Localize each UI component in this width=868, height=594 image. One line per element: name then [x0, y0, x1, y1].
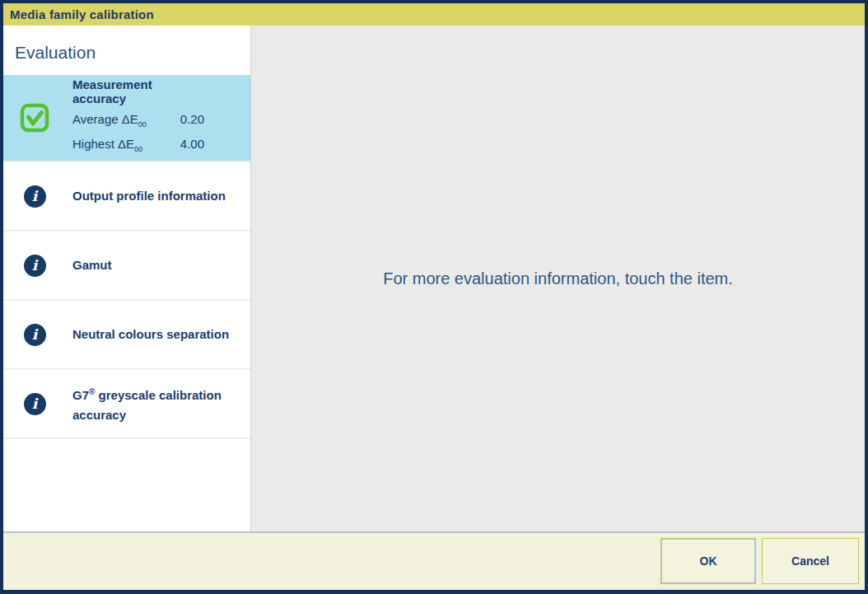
footer-bar: OK Cancel — [3, 531, 865, 590]
sidebar-item-measurement-accuracy[interactable]: Measurement accuracy Average ΔE00 0.20 H… — [3, 75, 250, 162]
delta-e-subscript: 00 — [138, 120, 147, 129]
dialog-title: Media family calibration — [3, 7, 154, 21]
evaluation-item-list: Measurement accuracy Average ΔE00 0.20 H… — [3, 75, 250, 439]
sidebar-header: Evaluation — [15, 43, 96, 63]
info-icon: i — [20, 250, 49, 280]
measurement-accuracy-details: Measurement accuracy Average ΔE00 0.20 H… — [72, 77, 204, 159]
delta-e-subscript: 00 — [134, 145, 142, 153]
item-label: Neutral colours separation — [72, 325, 241, 344]
media-family-calibration-dialog: Media family calibration Evaluation Meas… — [0, 0, 868, 594]
evaluation-detail-pane: For more evaluation information, touch t… — [250, 26, 865, 531]
item-label: Gamut — [72, 255, 241, 275]
title-bar: Media family calibration — [3, 3, 865, 26]
metric-label: Highest ΔE00 — [72, 134, 142, 159]
info-icon: i — [20, 320, 49, 349]
evaluation-sidebar: Evaluation Measurement accuracy Average … — [3, 26, 250, 531]
item-label: G7® greyscale calibration accuracy — [72, 382, 241, 425]
check-icon — [20, 103, 49, 133]
item-label: Output profile information — [72, 186, 241, 206]
cancel-button[interactable]: Cancel — [762, 538, 859, 584]
sidebar-item-g7-greyscale-calibration-accuracy[interactable]: i G7® greyscale calibration accuracy — [3, 370, 250, 439]
highest-delta-e-row: Highest ΔE00 4.00 — [72, 134, 204, 159]
ok-button[interactable]: OK — [660, 538, 756, 584]
sidebar-item-gamut[interactable]: i Gamut — [3, 232, 250, 301]
metric-label: Average ΔE00 — [72, 110, 147, 134]
item-label: Measurement accuracy — [72, 77, 204, 105]
detail-pane-message: For more evaluation information, touch t… — [383, 269, 733, 288]
metric-value: 4.00 — [180, 134, 204, 159]
info-icon: i — [20, 389, 49, 419]
info-icon: i — [20, 181, 49, 211]
sidebar-item-neutral-colours-separation[interactable]: i Neutral colours separation — [3, 301, 250, 370]
metric-value: 0.20 — [180, 110, 204, 134]
average-delta-e-row: Average ΔE00 0.20 — [72, 110, 204, 134]
sidebar-item-output-profile-information[interactable]: i Output profile information — [3, 162, 250, 232]
